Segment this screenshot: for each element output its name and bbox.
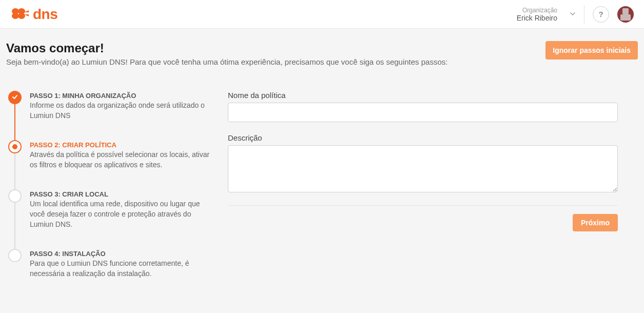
logo[interactable]: dns [10,6,57,23]
step-connector [14,203,15,249]
logo-text: dns [33,6,57,23]
divider [228,205,618,206]
page-title: Vamos começar! [6,41,447,55]
steps-list: PASSO 1: MINHA ORGANIZAÇÃO Informe os da… [6,91,211,279]
svg-point-3 [18,13,25,19]
help-icon: ? [598,10,603,18]
header-right: Organização Erick Ribeiro ? [517,5,634,24]
step-3[interactable]: PASSO 3: CRIAR LOCAL Um local identifica… [8,189,211,249]
step-marker-pending [8,249,22,262]
org-switcher[interactable]: Organização Erick Ribeiro [517,7,576,22]
divider [584,5,584,24]
svg-point-2 [12,13,19,19]
logo-icon [10,7,30,22]
step-title: PASSO 3: CRIAR LOCAL [30,190,211,198]
step-desc: Através da política é possível seleciona… [30,150,211,170]
check-icon [11,93,18,102]
page-subtitle: Seja bem-vindo(a) ao Lumiun DNS! Para qu… [6,57,447,66]
step-connector [14,153,15,189]
step-desc: Para que o Lumiun DNS funcione corretame… [30,259,211,279]
form-group-name: Nome da política [228,91,618,122]
step-marker-completed [8,91,22,104]
step-1[interactable]: PASSO 1: MINHA ORGANIZAÇÃO Informe os da… [8,91,211,140]
page-head: Vamos começar! Seja bem-vindo(a) ao Lumi… [6,41,638,66]
step-desc: Informe os dados da organização onde ser… [30,101,211,121]
org-label: Organização [522,7,557,14]
step-connector [14,104,15,140]
chevron-down-icon [570,10,576,18]
step-desc: Um local identifica uma rede, dispositiv… [30,199,211,229]
avatar[interactable] [617,6,634,23]
step-2[interactable]: PASSO 2: CRIAR POLÍTICA Através da polít… [8,140,211,189]
step-title: PASSO 2: CRIAR POLÍTICA [30,141,211,149]
step-title: PASSO 1: MINHA ORGANIZAÇÃO [30,92,211,100]
step-marker-pending [8,189,22,203]
form-footer: Próximo [228,214,618,231]
help-button[interactable]: ? [593,6,609,23]
policy-desc-textarea[interactable] [228,145,618,192]
page: Vamos começar! Seja bem-vindo(a) ao Lumi… [0,29,644,299]
content: PASSO 1: MINHA ORGANIZAÇÃO Informe os da… [6,91,638,279]
policy-name-label: Nome da política [228,91,618,100]
step-4[interactable]: PASSO 4: INSTALAÇÃO Para que o Lumiun DN… [8,249,211,279]
policy-desc-label: Descrição [228,133,618,142]
form-panel: Nome da política Descrição Próximo [228,91,618,279]
policy-name-input[interactable] [228,103,618,122]
app-header: dns Organização Erick Ribeiro ? [0,0,644,29]
skip-steps-button[interactable]: Ignorar passos iniciais [545,41,638,60]
step-marker-active [8,140,22,153]
step-title: PASSO 4: INSTALAÇÃO [30,250,211,258]
form-group-desc: Descrição [228,133,618,194]
org-name: Erick Ribeiro [517,14,557,22]
next-button[interactable]: Próximo [573,214,618,231]
